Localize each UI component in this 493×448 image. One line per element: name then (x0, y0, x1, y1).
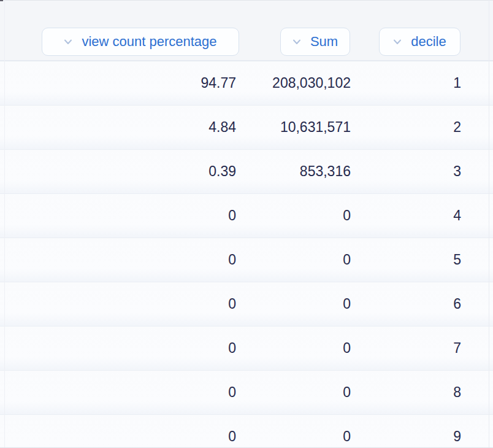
column-header-label: Sum (310, 34, 338, 50)
cell-decile: 9 (351, 428, 461, 445)
table-row[interactable]: 4.84 10,631,571 2 (0, 106, 493, 150)
cell-decile: 3 (351, 163, 461, 180)
cell-decile: 8 (351, 384, 461, 401)
table-row[interactable]: 0 0 4 (0, 194, 493, 238)
query-results-panel: view count percentage Sum decile 94.77 2… (0, 0, 493, 448)
cell-view-count-percentage: 0.39 (0, 163, 236, 180)
cell-sum: 0 (236, 340, 351, 357)
table-header: view count percentage Sum decile (0, 0, 493, 61)
table-row[interactable]: 0 0 7 (0, 326, 493, 371)
cell-decile: 2 (351, 119, 461, 136)
panel-left-border (4, 0, 5, 448)
cell-view-count-percentage: 0 (0, 340, 236, 357)
column-header-decile[interactable]: decile (379, 28, 461, 56)
cell-decile: 6 (351, 296, 461, 312)
cell-decile: 4 (351, 207, 461, 224)
cell-decile: 7 (351, 340, 461, 357)
panel-right-border (489, 0, 489, 448)
chevron-down-icon (64, 39, 72, 45)
panel-top-border (0, 0, 493, 1)
table-row[interactable]: 0 0 8 (0, 371, 493, 415)
cell-sum: 10,631,571 (236, 119, 351, 136)
table-row[interactable]: 0 0 5 (0, 238, 493, 282)
cell-view-count-percentage: 94.77 (0, 75, 236, 91)
cell-sum: 208,030,102 (236, 75, 351, 91)
cell-sum: 0 (236, 207, 351, 224)
cell-decile: 1 (351, 75, 461, 91)
cell-sum: 0 (236, 296, 351, 312)
window-corner-artifact (0, 0, 3, 1)
cell-view-count-percentage: 0 (0, 207, 236, 224)
cell-sum: 0 (236, 428, 351, 445)
table-body: 94.77 208,030,102 1 4.84 10,631,571 2 0.… (0, 61, 493, 448)
column-header-sum[interactable]: Sum (280, 28, 350, 56)
column-header-label: view count percentage (82, 34, 216, 50)
column-header-view-count-percentage[interactable]: view count percentage (42, 28, 239, 56)
table-row[interactable]: 0.39 853,316 3 (0, 150, 493, 194)
chevron-down-icon (292, 39, 301, 45)
cell-decile: 5 (351, 252, 461, 268)
cell-view-count-percentage: 0 (0, 296, 236, 312)
cell-view-count-percentage: 0 (0, 384, 236, 401)
table-row[interactable]: 0 0 6 (0, 282, 493, 326)
cell-sum: 853,316 (236, 163, 351, 180)
cell-view-count-percentage: 0 (0, 428, 236, 445)
column-header-label: decile (411, 34, 446, 50)
table-row[interactable]: 0 0 9 (0, 415, 493, 448)
cell-view-count-percentage: 0 (0, 252, 236, 268)
table-row[interactable]: 94.77 208,030,102 1 (0, 61, 493, 106)
cell-sum: 0 (236, 252, 351, 268)
chevron-down-icon (393, 39, 402, 45)
cell-view-count-percentage: 4.84 (0, 119, 236, 136)
cell-sum: 0 (236, 384, 351, 401)
